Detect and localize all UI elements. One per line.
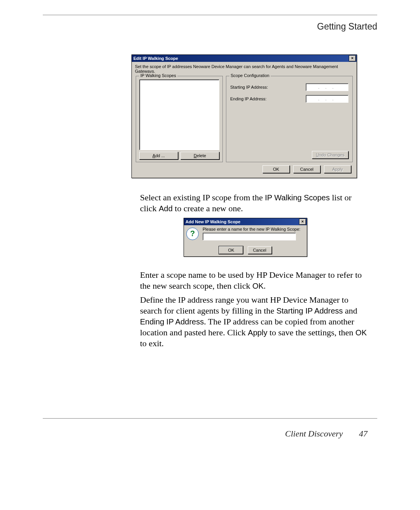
- starting-ip-label: Starting IP Address:: [230, 85, 268, 89]
- para2-t2: .: [264, 281, 266, 291]
- para1-t1: Select an existing IP scope from the: [140, 193, 265, 202]
- footer: Client Discovery 47: [285, 429, 368, 439]
- para3-term4: OK: [355, 328, 367, 337]
- close-icon[interactable]: ×: [299, 219, 306, 225]
- undo-changes-button[interactable]: Undo Changes: [312, 151, 348, 159]
- dialog2-title: Add New IP Walking Scope: [186, 219, 240, 224]
- ok-button[interactable]: OK: [219, 246, 243, 254]
- question-icon: [186, 228, 199, 240]
- add-new-ip-walking-scope-dialog: Add New IP Walking Scope × Please enter …: [184, 218, 307, 257]
- dialog-button-row: OK Cancel Apply: [260, 165, 351, 173]
- dialog-titlebar: Edit IP Walking Scope ×: [132, 55, 357, 62]
- para3-t4: to save the settings, then: [267, 328, 355, 337]
- para1-t3: to create a new one.: [173, 203, 243, 213]
- rule-top: [43, 15, 377, 15]
- ip-scopes-listbox[interactable]: [139, 79, 219, 150]
- cancel-button[interactable]: Cancel: [248, 246, 272, 254]
- scope-configuration-group: Scope Configuration Starting IP Address:…: [226, 76, 353, 162]
- dialog2-prompt: Please enter a name for the new IP Walki…: [203, 227, 304, 231]
- para3-term2: Ending IP Address: [140, 317, 204, 326]
- instruction-para-1: Select an existing IP scope from the IP …: [140, 192, 368, 214]
- para2-term1: OK: [252, 282, 264, 290]
- para3-term1: Starting IP Address: [276, 307, 343, 315]
- add-button[interactable]: Add ...: [139, 152, 178, 159]
- para3-t5: to exit.: [140, 338, 164, 348]
- para3-term3: Apply: [248, 328, 267, 337]
- delete-button[interactable]: Delete: [180, 152, 219, 159]
- group-legend-left: IP Walking Scopes: [139, 73, 177, 78]
- para3-t2: and: [343, 306, 357, 315]
- section-header: Getting Started: [317, 21, 377, 32]
- para1-term1: IP Walking Scopes: [265, 193, 330, 202]
- ip-walking-scopes-group: IP Walking Scopes Add ... Delete: [136, 76, 223, 162]
- starting-ip-input[interactable]: . . .: [306, 83, 348, 91]
- dialog2-titlebar: Add New IP Walking Scope ×: [184, 218, 307, 225]
- para1-term2: Add: [159, 204, 173, 213]
- ending-ip-input[interactable]: . . .: [306, 95, 348, 103]
- edit-ip-walking-scope-dialog: Edit IP Walking Scope × Set the scope of…: [131, 54, 357, 178]
- footer-chapter: Client Discovery: [285, 429, 343, 438]
- dialog2-button-row: OK Cancel: [184, 246, 307, 254]
- close-icon[interactable]: ×: [349, 55, 356, 61]
- ending-ip-label: Ending IP Address:: [230, 96, 266, 101]
- instruction-para-3: Define the IP address range you want HP …: [140, 294, 368, 349]
- instruction-para-2: Enter a scope name to be used by HP Devi…: [140, 270, 368, 291]
- apply-button[interactable]: Apply: [324, 165, 351, 173]
- scope-name-input[interactable]: [203, 233, 296, 240]
- para2-t1: Enter a scope name to be used by HP Devi…: [140, 270, 362, 291]
- ok-button[interactable]: OK: [262, 165, 290, 173]
- dialog-title: Edit IP Walking Scope: [133, 56, 178, 61]
- cancel-button[interactable]: Cancel: [293, 165, 320, 173]
- footer-page-number: 47: [359, 429, 368, 438]
- group-legend-right: Scope Configuration: [229, 73, 271, 78]
- rule-bottom: [43, 418, 377, 419]
